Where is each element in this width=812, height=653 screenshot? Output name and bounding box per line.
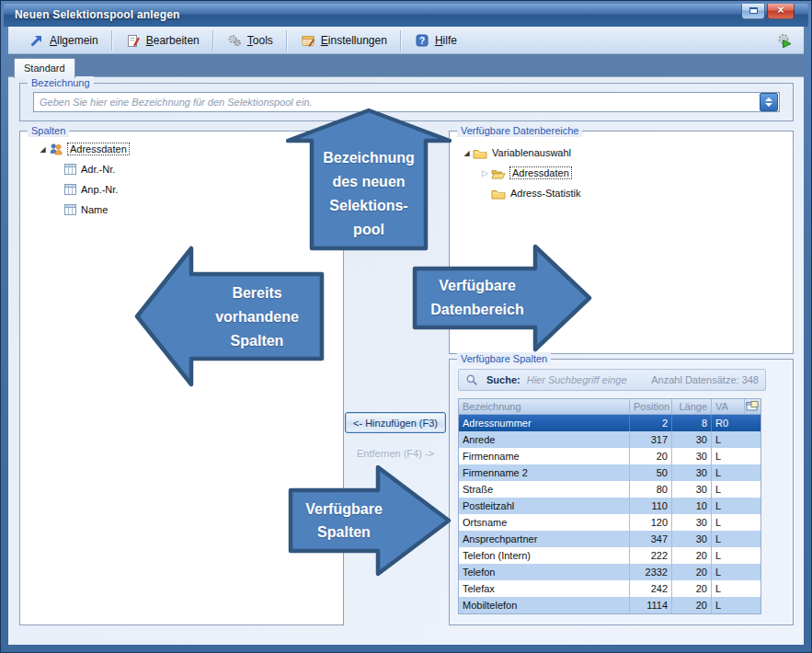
menu-tools[interactable]: Tools	[219, 30, 281, 51]
tree-node-label[interactable]: Variablenauswahl	[492, 147, 571, 158]
table-row[interactable]: Ortsname12030L	[459, 514, 761, 531]
tree-node-label[interactable]: Name	[81, 204, 108, 215]
restore-button[interactable]	[741, 4, 765, 19]
group-legend: Spalten	[28, 124, 69, 137]
table-cell-laenge: 30	[672, 431, 712, 448]
table-row[interactable]: Adressnummer28R0	[459, 415, 761, 431]
table-cell-laenge: 30	[672, 464, 712, 481]
annotation-arrow-left: Bereits vorhandene Spalten	[134, 239, 325, 394]
table-cell-va: L	[712, 448, 761, 464]
folder-open-icon	[491, 167, 506, 179]
tree-node-label[interactable]: Adressdaten	[68, 143, 129, 155]
titlebar[interactable]: Neuen Selektionspool anlegen ×	[4, 4, 808, 27]
tree-node-label[interactable]: Adr.-Nr.	[81, 164, 115, 175]
tab-label: Standard	[24, 63, 65, 74]
table-cell-position: 80	[630, 481, 672, 498]
table-cell-bezeichnung: Adressnummer	[459, 415, 630, 431]
menu-label: H	[435, 34, 443, 47]
table-row[interactable]: Mobiltelefon111420L	[459, 597, 761, 613]
table-cell-bezeichnung: Mobiltelefon	[459, 597, 630, 613]
table-cell-laenge: 30	[672, 514, 712, 531]
table-cell-bezeichnung: Telefon (Intern)	[459, 547, 630, 564]
search-input[interactable]	[525, 373, 652, 386]
annotation-arrow-right: Verfügbare Datenbereich	[412, 243, 592, 353]
spinner-down-icon	[765, 103, 772, 107]
tree-node-adress-statistik[interactable]: Adress-Statistik	[491, 183, 787, 203]
people-icon	[49, 143, 63, 155]
table-row[interactable]: Telefon233220L	[459, 564, 761, 580]
table-row[interactable]: Postleitzahl11010L	[459, 498, 761, 514]
menu-allgemein[interactable]: Allgemein	[21, 30, 107, 51]
annotation-text: Verfügbare Datenbereich	[412, 274, 543, 322]
folder-icon	[491, 188, 506, 200]
tree-node-label[interactable]: Adress-Statistik	[510, 188, 580, 199]
annotation-text: Bereits vorhandene Spalten	[191, 281, 323, 353]
close-icon: ×	[777, 4, 783, 17]
table-header[interactable]: Bezeichnung Position Länge VA	[458, 398, 761, 415]
add-button[interactable]: <- Hinzufügen (F3)	[345, 412, 446, 433]
edit-document-icon	[126, 33, 141, 48]
table-cell-position: 242	[630, 580, 672, 597]
tree-node-adressdaten[interactable]: ▷ Adressdaten	[479, 163, 787, 183]
column-chooser-button[interactable]	[745, 399, 761, 414]
folder-icon	[473, 147, 487, 159]
table-icon	[64, 204, 76, 215]
menu-label: ilfe	[443, 34, 457, 47]
toolbar-separator	[111, 30, 113, 51]
table-cell-bezeichnung: Ortsname	[459, 514, 630, 531]
table-row[interactable]: Firmenname2030L	[459, 448, 761, 464]
table-cell-position: 1114	[630, 597, 672, 613]
table-cell-laenge: 20	[672, 580, 712, 597]
table-row[interactable]: Straße8030L	[459, 481, 761, 498]
tree-expanded-icon[interactable]: ◢	[37, 145, 49, 154]
spinner-button[interactable]	[760, 93, 778, 111]
menu-label: B	[146, 34, 154, 47]
table-cell-va: L	[712, 531, 761, 547]
table-row[interactable]: Telefon (Intern)22220L	[459, 547, 761, 564]
toolbar: Allgemein Bearbeiten Tools Einstellungen	[8, 27, 804, 54]
column-header-bezeichnung[interactable]: Bezeichnung	[459, 399, 630, 414]
close-button[interactable]: ×	[767, 4, 795, 19]
available-columns-table: Bezeichnung Position Länge VA Adressnumm…	[458, 398, 761, 614]
table-row[interactable]: Ansprechpartner34730L	[459, 531, 761, 547]
run-gear-button[interactable]	[776, 32, 793, 49]
tree-collapsed-icon[interactable]: ▷	[479, 168, 491, 178]
toolbar-separator	[400, 30, 402, 51]
menu-bearbeiten[interactable]: Bearbeiten	[118, 30, 208, 51]
annotation-arrow-bottom: Verfügbare Spalten	[288, 464, 452, 577]
annotation-arrow-up: Bezeichnung des neuen Selektions- pool	[286, 108, 452, 251]
column-header-position[interactable]: Position	[630, 399, 672, 414]
menu-label: E	[321, 34, 328, 47]
table-cell-va: L	[712, 481, 761, 498]
group-legend: Bezeichnung	[28, 76, 94, 89]
menu-label: ools	[253, 34, 273, 47]
table-cell-bezeichnung: Firmenname 2	[459, 464, 630, 481]
table-cell-bezeichnung: Postleitzahl	[459, 498, 630, 514]
menu-label: instellungen	[328, 34, 387, 47]
tab-standard[interactable]: Standard	[14, 58, 75, 78]
datenbereiche-tree: ◢ Variablenauswahl ▷ Adressdaten	[455, 143, 787, 203]
table-row[interactable]: Firmenname 25030L	[459, 464, 761, 481]
menu-hilfe[interactable]: ? Hilfe	[406, 30, 465, 51]
tree-node-label[interactable]: Adressdaten	[510, 167, 571, 178]
column-header-va[interactable]: VA	[712, 399, 745, 414]
column-header-laenge[interactable]: Länge	[672, 399, 712, 414]
tree-node-label[interactable]: Anp.-Nr.	[81, 184, 118, 195]
table-cell-position: 120	[630, 514, 672, 531]
table-cell-bezeichnung: Ansprechpartner	[459, 531, 630, 547]
menu-einstellungen[interactable]: Einstellungen	[292, 30, 395, 51]
remove-button[interactable]: Entfernen (F4) ->	[345, 444, 446, 463]
annotation-text: Verfügbare Spalten	[288, 498, 400, 544]
table-cell-position: 2332	[630, 564, 672, 580]
search-icon	[465, 373, 478, 386]
search-label: Suche:	[486, 374, 520, 385]
table-cell-laenge: 20	[672, 597, 712, 613]
table-row[interactable]: Anrede31730L	[459, 431, 761, 448]
tree-node-variablenauswahl[interactable]: ◢ Variablenauswahl	[461, 143, 787, 163]
table-cell-laenge: 20	[672, 547, 712, 564]
svg-text:?: ?	[419, 35, 425, 45]
table-row[interactable]: Telefax24220L	[459, 580, 761, 597]
tree-expanded-icon[interactable]: ◢	[461, 149, 473, 157]
table-cell-va: L	[712, 547, 761, 564]
table-cell-laenge: 20	[672, 564, 712, 580]
